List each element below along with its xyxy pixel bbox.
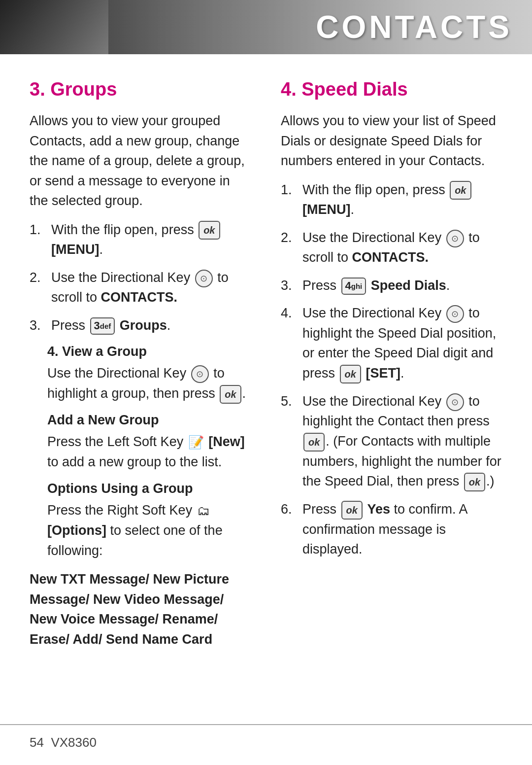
ok-key-sd-6: ok [341, 501, 363, 520]
main-content: 3. Groups Allows you to view your groupe… [0, 54, 532, 689]
left-column: 3. Groups Allows you to view your groupe… [30, 79, 251, 649]
ok-key-sd-5b: ok [464, 473, 485, 491]
ok-key-sd-4: ok [340, 365, 361, 383]
speed-dials-steps-list: 1. With the flip open, press ok [MENU]. … [281, 180, 502, 559]
key-4ghi: 4ghi [341, 278, 366, 295]
options-list-text: New TXT Message/ New Picture Message/ Ne… [30, 569, 251, 649]
right-soft-key-icon: 🗂 [197, 501, 210, 521]
groups-intro: Allows you to view your grouped Contacts… [30, 111, 251, 211]
ok-key-icon-2: ok [220, 385, 241, 404]
page-title: CONTACTS [316, 9, 512, 45]
view-a-group-body: Use the Directional Key ⊙ to highlight a… [47, 363, 251, 403]
dir-key-icon: ⊙ [195, 270, 213, 287]
speed-dials-step-3: 3. Press 4ghi Speed Dials. [281, 276, 502, 296]
dir-key-sd-2: ⊙ [446, 230, 464, 247]
page-header: CONTACTS [0, 0, 532, 54]
speed-dials-step-6: 6. Press ok Yes to confirm. A confirmati… [281, 499, 502, 559]
options-group-body: Press the Right Soft Key 🗂 [Options] to … [47, 500, 251, 560]
groups-step-2: 2. Use the Directional Key ⊙ to scroll t… [30, 268, 251, 308]
view-a-group-heading: 4. View a Group [47, 344, 251, 359]
speed-dials-step-2: 2. Use the Directional Key ⊙ to scroll t… [281, 228, 502, 268]
two-column-layout: 3. Groups Allows you to view your groupe… [30, 79, 502, 649]
groups-steps-list: 1. With the flip open, press ok [MENU]. … [30, 220, 251, 336]
speed-dials-step-5: 5. Use the Directional Key ⊙ to highligh… [281, 391, 502, 491]
dir-key-icon-2: ⊙ [191, 365, 209, 383]
dir-key-sd-4: ⊙ [446, 305, 464, 323]
add-new-group-heading: Add a New Group [47, 413, 251, 428]
options-group-heading: Options Using a Group [47, 481, 251, 496]
footer-page-number: 54 VX8360 [30, 735, 97, 750]
ok-key-sd-5a: ok [303, 433, 325, 452]
speed-dials-step-4: 4. Use the Directional Key ⊙ to highligh… [281, 303, 502, 383]
section-heading-speed-dials: 4. Speed Dials [281, 79, 502, 100]
groups-step-1: 1. With the flip open, press ok [MENU]. [30, 220, 251, 260]
options-group-section: Options Using a Group Press the Right So… [47, 481, 251, 560]
add-new-group-section: Add a New Group Press the Left Soft Key … [47, 413, 251, 472]
section-heading-groups: 3. Groups [30, 79, 251, 100]
key-3def: 3def [90, 317, 115, 335]
view-a-group-section: 4. View a Group Use the Directional Key … [47, 344, 251, 403]
ok-key-icon: ok [199, 221, 220, 240]
left-soft-key-icon: 📝 [188, 433, 204, 452]
add-new-group-body: Press the Left Soft Key 📝 [New] to add a… [47, 432, 251, 472]
groups-step-3: 3. Press 3def Groups. [30, 315, 251, 336]
speed-dials-step-1: 1. With the flip open, press ok [MENU]. [281, 180, 502, 220]
page-footer: 54 VX8360 [0, 724, 532, 765]
right-column: 4. Speed Dials Allows you to view your l… [281, 79, 502, 649]
speed-dials-intro: Allows you to view your list of Speed Di… [281, 111, 502, 171]
dir-key-sd-5: ⊙ [446, 393, 464, 411]
ok-key-sd-1: ok [450, 181, 471, 200]
